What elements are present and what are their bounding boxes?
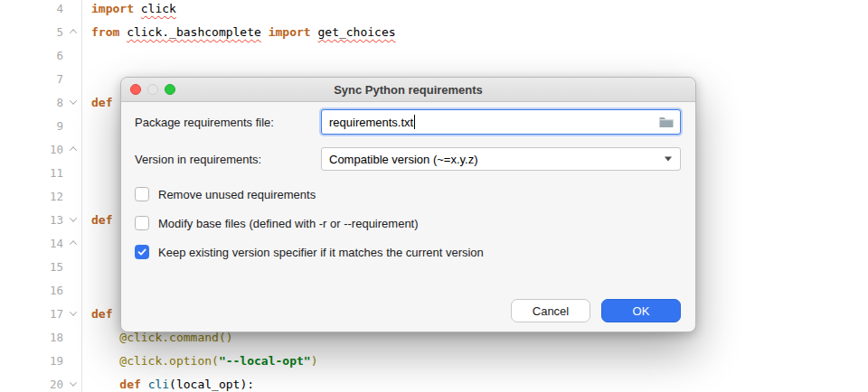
version-spec-value: Compatible version (~=x.y.z) bbox=[329, 153, 478, 166]
fold-end-icon[interactable] bbox=[63, 29, 82, 34]
line-number: 9 bbox=[0, 119, 63, 133]
code-line[interactable]: 5from click._bashcomplete import get_cho… bbox=[0, 20, 868, 43]
checkbox-0-unchecked[interactable] bbox=[135, 187, 149, 201]
traffic-lights bbox=[130, 78, 175, 101]
sync-requirements-dialog: Sync Python requirements Package require… bbox=[120, 77, 696, 332]
fold-end-icon[interactable] bbox=[63, 146, 82, 152]
line-number: 5 bbox=[0, 25, 63, 39]
line-number: 20 bbox=[0, 378, 63, 391]
requirements-file-value: requirements.txt bbox=[329, 116, 413, 129]
line-number: 8 bbox=[0, 96, 63, 109]
zoom-button[interactable] bbox=[165, 84, 175, 95]
code-line[interactable]: 19 @click.option("--local-opt") bbox=[0, 349, 868, 372]
checkbox-label[interactable]: Remove unused requirements bbox=[158, 188, 316, 201]
dialog-body: Package requirements file: requirements.… bbox=[121, 102, 695, 331]
code-text: def cli(local_opt): bbox=[82, 378, 254, 391]
checkbox-group: Remove unused requirementsModify base fi… bbox=[135, 185, 681, 261]
line-number: 7 bbox=[0, 72, 63, 86]
text-caret bbox=[414, 115, 415, 129]
line-number: 14 bbox=[0, 237, 63, 250]
fold-start-icon[interactable] bbox=[63, 99, 82, 105]
code-text: from click._bashcomplete import get_choi… bbox=[82, 25, 396, 39]
close-button[interactable] bbox=[130, 84, 141, 95]
line-number: 4 bbox=[0, 2, 63, 15]
button-row: Cancel OK bbox=[135, 299, 681, 322]
fold-end-icon[interactable] bbox=[63, 240, 82, 246]
code-text: import click bbox=[82, 2, 176, 15]
line-number: 12 bbox=[0, 190, 63, 203]
line-number: 18 bbox=[0, 331, 63, 344]
dialog-title: Sync Python requirements bbox=[121, 83, 695, 97]
fold-start-icon[interactable] bbox=[63, 381, 82, 387]
chevron-down-icon bbox=[665, 157, 672, 162]
checkbox-2-checked[interactable] bbox=[135, 245, 149, 259]
pycharm-window: 4import click5from click._bashcomplete i… bbox=[0, 0, 868, 392]
version-spec-row: Version in requirements: Compatible vers… bbox=[135, 147, 681, 171]
code-line[interactable]: 20 def cli(local_opt): bbox=[0, 372, 868, 392]
checkbox-row: Remove unused requirements bbox=[135, 185, 681, 203]
line-number: 10 bbox=[0, 143, 63, 156]
browse-folder-icon[interactable] bbox=[659, 117, 674, 128]
version-spec-label: Version in requirements: bbox=[135, 153, 321, 166]
cancel-button[interactable]: Cancel bbox=[511, 299, 590, 322]
line-number: 13 bbox=[0, 213, 63, 227]
code-text: @click.option("--local-opt") bbox=[82, 354, 317, 368]
checkbox-1-unchecked[interactable] bbox=[135, 216, 149, 230]
line-number: 19 bbox=[0, 354, 63, 368]
ok-button[interactable]: OK bbox=[601, 299, 681, 322]
line-number: 16 bbox=[0, 284, 63, 297]
code-line[interactable]: 4import click bbox=[0, 0, 868, 20]
checkbox-label[interactable]: Modify base files (defined with -r or --… bbox=[158, 217, 419, 230]
line-number: 6 bbox=[0, 49, 63, 62]
requirements-file-row: Package requirements file: requirements.… bbox=[135, 109, 681, 135]
gutter-separator bbox=[81, 0, 82, 392]
fold-start-icon[interactable] bbox=[63, 217, 82, 222]
minimize-button bbox=[147, 84, 158, 95]
requirements-file-label: Package requirements file: bbox=[135, 116, 321, 129]
fold-start-icon[interactable] bbox=[63, 311, 82, 316]
checkbox-row: Keep existing version specifier if it ma… bbox=[135, 243, 681, 261]
dialog-titlebar[interactable]: Sync Python requirements bbox=[121, 78, 695, 102]
line-number: 15 bbox=[0, 260, 63, 274]
code-line[interactable]: 6 bbox=[0, 43, 868, 67]
checkbox-label[interactable]: Keep existing version specifier if it ma… bbox=[158, 246, 484, 259]
version-spec-dropdown[interactable]: Compatible version (~=x.y.z) bbox=[321, 147, 681, 171]
line-number: 11 bbox=[0, 166, 63, 180]
checkbox-row: Modify base files (defined with -r or --… bbox=[135, 214, 681, 232]
line-number: 17 bbox=[0, 307, 63, 321]
requirements-file-input[interactable]: requirements.txt bbox=[321, 109, 681, 135]
